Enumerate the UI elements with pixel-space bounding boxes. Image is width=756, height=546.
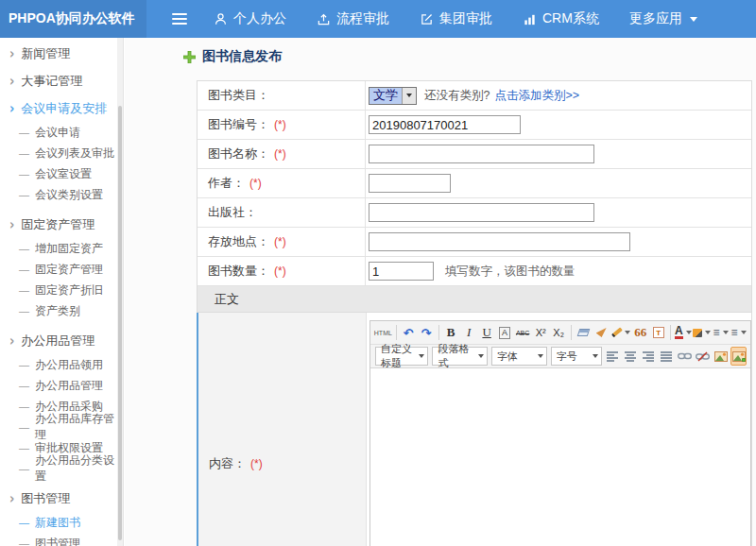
nav-personal-office[interactable]: 个人办公 xyxy=(214,10,286,27)
dash-icon: — xyxy=(19,243,29,254)
workflow-approve-icon xyxy=(317,12,331,26)
dash-icon: — xyxy=(19,168,29,179)
align-left-icon xyxy=(607,351,619,362)
font-family-dropdown[interactable]: 字体 xyxy=(491,347,547,366)
insert-image-button[interactable] xyxy=(713,347,729,366)
highlight-color-button[interactable] xyxy=(693,323,711,342)
sidebar-group-fixed-assets[interactable]: ›固定资产管理 xyxy=(0,211,123,238)
sidebar-scrollbar[interactable] xyxy=(117,38,123,546)
author-input[interactable] xyxy=(369,174,451,193)
sidebar-item-asset-category[interactable]: —资产类别 xyxy=(0,300,123,321)
format-pen-button[interactable] xyxy=(611,323,631,342)
toolbar-separator xyxy=(396,325,397,340)
subscript-button[interactable]: X₂ xyxy=(551,323,567,342)
person-icon xyxy=(214,12,228,26)
strikethrough-button[interactable]: ABC xyxy=(515,323,531,342)
align-right-button[interactable] xyxy=(641,347,657,366)
font-style-button[interactable]: A xyxy=(497,323,513,342)
required-mark: (*) xyxy=(274,264,286,278)
align-justify-icon xyxy=(661,351,673,362)
scrollbar-thumb[interactable] xyxy=(118,106,122,540)
sidebar-item-asset-manage[interactable]: —固定资产管理 xyxy=(0,259,123,280)
caret-down-icon xyxy=(686,331,692,334)
eraser-button[interactable] xyxy=(576,323,592,342)
sidebar-group-memorabilia[interactable]: ›大事记管理 xyxy=(0,67,123,94)
add-plus-icon xyxy=(183,51,196,63)
add-category-link[interactable]: 点击添加类别>> xyxy=(494,88,579,104)
sidebar-item-meeting-apply[interactable]: —会议申请 xyxy=(0,122,123,143)
field-label: 出版社： xyxy=(208,204,257,221)
menu-toggle-icon[interactable] xyxy=(172,10,187,27)
redo-button[interactable]: ↷ xyxy=(419,323,435,342)
group-approve-icon xyxy=(420,12,434,26)
sidebar-item-new-book[interactable]: —新建图书 xyxy=(0,512,123,533)
nav-more-apps[interactable]: 更多应用 xyxy=(629,10,697,27)
ordered-list-button[interactable]: ≡ xyxy=(713,323,729,342)
blockquote-button[interactable]: 66 xyxy=(632,323,648,342)
superscript-button[interactable]: X² xyxy=(533,323,549,342)
font-size-dropdown[interactable]: 字号 xyxy=(551,347,602,366)
bold-button[interactable]: B xyxy=(443,323,459,342)
link-icon xyxy=(678,351,692,361)
font-color-button[interactable]: A xyxy=(675,323,691,342)
sidebar-group-meeting[interactable]: ›会议申请及安排 xyxy=(0,94,123,122)
sidebar-item-supplies-inventory[interactable]: —办公用品库存管理 xyxy=(0,417,123,437)
page-title-text: 图书信息发布 xyxy=(202,48,282,65)
clear-format-button[interactable] xyxy=(593,323,610,342)
insert-multi-image-button[interactable] xyxy=(730,347,747,366)
book-number-input[interactable] xyxy=(369,115,521,134)
sidebar-group-books[interactable]: ›图书管理 xyxy=(0,485,123,512)
app-logo: PHPOA协同办公软件 xyxy=(0,0,146,38)
align-justify-button[interactable] xyxy=(659,347,675,366)
undo-button[interactable]: ↶ xyxy=(401,323,417,342)
nav-workflow-approval[interactable]: 流程审批 xyxy=(317,10,389,27)
sidebar-item-asset-depreciation[interactable]: —固定资产折旧 xyxy=(0,280,123,300)
sidebar-item-book-manage[interactable]: —图书管理 xyxy=(0,533,123,546)
remove-link-button[interactable] xyxy=(695,347,711,366)
location-input[interactable] xyxy=(369,232,630,251)
sidebar-item-supplies-claim[interactable]: —办公用品领用 xyxy=(0,354,123,375)
underline-button[interactable]: U xyxy=(479,323,495,342)
paragraph-format-dropdown[interactable]: 段落格式 xyxy=(432,347,488,366)
publisher-input[interactable] xyxy=(369,203,594,222)
sidebar-item-add-asset[interactable]: —增加固定资产 xyxy=(0,238,123,259)
custom-heading-dropdown[interactable]: 自定义标题 xyxy=(375,347,428,366)
sidebar-item-meeting-room[interactable]: —会议室设置 xyxy=(0,163,123,184)
sidebar-item-supplies-category[interactable]: —办公用品分类设置 xyxy=(0,458,123,479)
quantity-input[interactable] xyxy=(369,262,434,281)
sidebar-item-meeting-category[interactable]: —会议类别设置 xyxy=(0,184,123,205)
nav-group-approval[interactable]: 集团审批 xyxy=(420,10,492,27)
dash-icon: — xyxy=(19,442,29,453)
sidebar-item-meeting-list[interactable]: —会议列表及审批 xyxy=(0,143,123,163)
sidebar-group-office-supplies[interactable]: ›办公用品管理 xyxy=(0,327,123,354)
align-left-button[interactable] xyxy=(605,347,621,366)
insert-link-button[interactable] xyxy=(677,347,693,366)
unordered-list-button[interactable]: ≡ xyxy=(730,323,747,342)
form-row-book-name: 图书名称：(*) xyxy=(198,140,751,169)
editor-content-area[interactable] xyxy=(370,368,750,546)
caret-down-icon xyxy=(705,331,711,334)
form-row-quantity: 图书数量：(*) 填写数字，该图书的数量 xyxy=(198,257,751,286)
book-name-input[interactable] xyxy=(369,145,594,163)
book-form: 图书类目： 文学 还没有类别? 点击添加类别>> 图书编号：(*) xyxy=(197,80,752,546)
caret-down-icon xyxy=(419,354,424,358)
field-label: 图书数量： xyxy=(208,263,269,280)
align-center-icon xyxy=(625,351,637,362)
category-select-value: 文学 xyxy=(369,88,402,104)
paste-format-button[interactable]: T xyxy=(650,323,666,342)
nav-label: 个人办公 xyxy=(233,10,286,27)
caret-down-icon xyxy=(593,354,598,358)
highlighter-icon xyxy=(693,329,702,337)
caret-down-icon xyxy=(478,354,484,358)
align-center-button[interactable] xyxy=(623,347,639,366)
italic-button[interactable]: I xyxy=(461,323,477,342)
sidebar-group-news[interactable]: ›新闻管理 xyxy=(0,40,123,67)
html-source-button[interactable]: HTML xyxy=(374,323,392,342)
chevron-right-icon: › xyxy=(9,72,14,90)
select-arrow-icon[interactable] xyxy=(402,88,416,104)
nav-crm-system[interactable]: CRM系统 xyxy=(523,10,599,27)
page-title: 图书信息发布 xyxy=(183,47,756,66)
category-select[interactable]: 文学 xyxy=(369,87,417,105)
sidebar-item-supplies-manage[interactable]: —办公用品管理 xyxy=(0,375,123,396)
chevron-right-icon: › xyxy=(9,332,14,350)
